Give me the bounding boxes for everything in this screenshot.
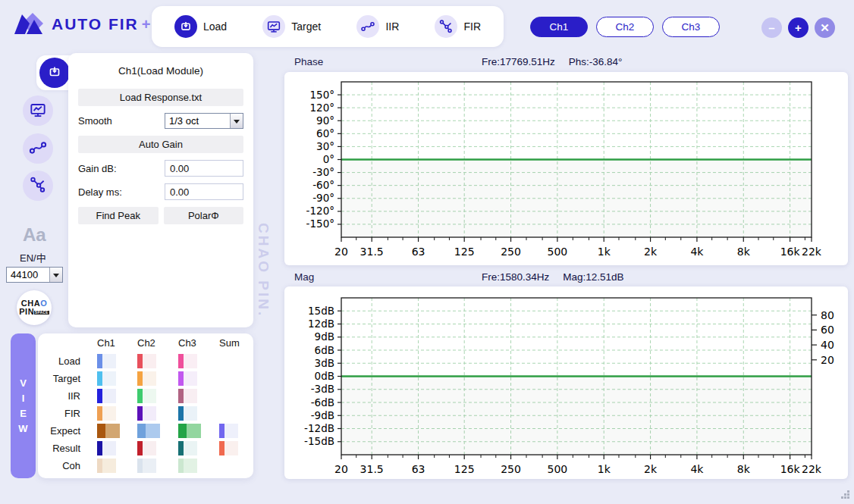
chaopin-watermark: CHAO PIN. bbox=[255, 223, 272, 318]
legend-swatch[interactable] bbox=[219, 422, 253, 440]
sidebar-item-target[interactable] bbox=[23, 95, 53, 126]
legend-swatch-bar bbox=[97, 406, 102, 421]
channel-ch3-button[interactable]: Ch3 bbox=[662, 17, 720, 37]
polar-phi-button[interactable]: PolarΦ bbox=[164, 207, 244, 224]
legend-swatch-tint bbox=[143, 406, 156, 421]
legend-row-label[interactable]: IIR bbox=[44, 387, 97, 405]
legend-row-label[interactable]: Coh bbox=[44, 457, 97, 474]
sidebar-item-iir[interactable] bbox=[23, 133, 53, 164]
sidebar-item-load[interactable] bbox=[39, 58, 70, 88]
legend-swatch[interactable] bbox=[178, 457, 219, 474]
brand: AUTO FIR + bbox=[12, 10, 150, 39]
legend-swatch[interactable] bbox=[178, 422, 219, 440]
legend-swatch[interactable] bbox=[97, 387, 137, 405]
legend-swatch[interactable] bbox=[137, 422, 178, 440]
mag-chart-block: Mag Fre:1580.34Hz Mag:12.51dB 15dB12dB9d… bbox=[284, 267, 848, 479]
svg-text:20: 20 bbox=[334, 463, 348, 475]
minimize-button[interactable]: – bbox=[761, 17, 782, 38]
legend-swatch[interactable] bbox=[137, 457, 178, 474]
samplerate-select[interactable]: 44100 bbox=[6, 267, 63, 283]
svg-text:12dB: 12dB bbox=[308, 318, 334, 330]
find-peak-button[interactable]: Find Peak bbox=[78, 207, 159, 224]
channel-ch2-button[interactable]: Ch2 bbox=[596, 17, 654, 37]
mag-chart[interactable]: 15dB12dB9dB6dB3dB0dB-3dB-6dB-9dB-12dB-15… bbox=[284, 286, 848, 479]
legend-swatch[interactable] bbox=[178, 440, 219, 457]
svg-text:63: 63 bbox=[412, 463, 425, 475]
legend-swatch[interactable] bbox=[97, 405, 137, 422]
legend-column-header[interactable]: Ch1 bbox=[97, 337, 137, 352]
view-button-letter: V bbox=[20, 377, 27, 389]
svg-text:-6dB: -6dB bbox=[311, 396, 334, 409]
legend-swatch[interactable] bbox=[178, 370, 219, 387]
svg-text:20: 20 bbox=[821, 354, 834, 366]
legend-swatch[interactable] bbox=[219, 352, 253, 370]
legend-swatch-tint bbox=[184, 459, 197, 473]
legend-swatch[interactable] bbox=[178, 387, 219, 405]
chaopin-logo-line2: PINSPACE bbox=[19, 308, 49, 317]
legend-swatch-bar bbox=[178, 389, 184, 403]
language-toggle[interactable]: EN/中 bbox=[20, 250, 46, 265]
load-response-button[interactable]: Load Response.txt bbox=[78, 89, 243, 106]
legend-column-header[interactable]: Ch2 bbox=[137, 337, 178, 352]
legend-swatch[interactable] bbox=[137, 370, 178, 387]
phase-chart[interactable]: 150°120°90°60°30°0°-30°-60°-90°-120°-150… bbox=[284, 72, 848, 265]
legend-row-label[interactable]: Result bbox=[44, 440, 97, 457]
legend-swatch-bar bbox=[97, 424, 105, 438]
legend-swatch[interactable] bbox=[219, 387, 253, 405]
view-button[interactable]: VIEW bbox=[11, 333, 36, 478]
legend-column-header[interactable]: Ch3 bbox=[178, 337, 219, 352]
tab-load-label: Load bbox=[203, 20, 227, 33]
legend-swatch-bar bbox=[137, 406, 143, 421]
chevron-down-icon bbox=[49, 268, 62, 282]
svg-text:150°: 150° bbox=[309, 89, 334, 101]
legend-swatch[interactable] bbox=[219, 457, 253, 474]
legend-swatch[interactable] bbox=[178, 352, 219, 370]
tab-load[interactable]: Load bbox=[174, 15, 227, 38]
resize-grip-icon[interactable] bbox=[839, 488, 850, 502]
chaopin-logo[interactable]: CHAO PINSPACE bbox=[17, 290, 52, 325]
legend-swatch-tint bbox=[105, 424, 120, 438]
tab-target[interactable]: Target bbox=[262, 15, 321, 38]
brand-logo-icon bbox=[12, 10, 46, 39]
delay-ms-label: Delay ms: bbox=[78, 186, 122, 198]
legend-row-label[interactable]: Load bbox=[44, 352, 97, 370]
legend-swatch[interactable] bbox=[97, 457, 137, 474]
font-size-button[interactable]: Aa bbox=[23, 224, 46, 246]
view-button-letter: W bbox=[18, 423, 27, 434]
legend-swatch[interactable] bbox=[137, 405, 178, 422]
smooth-select[interactable]: 1/3 oct bbox=[165, 113, 243, 129]
legend-swatch[interactable] bbox=[137, 440, 178, 457]
legend-swatch[interactable] bbox=[97, 370, 137, 387]
legend-swatch[interactable] bbox=[219, 440, 253, 457]
legend-swatch[interactable] bbox=[219, 405, 253, 422]
legend-swatch[interactable] bbox=[137, 352, 178, 370]
legend-swatch[interactable] bbox=[137, 387, 178, 405]
svg-text:-90°: -90° bbox=[312, 192, 334, 204]
sidebar-item-fir[interactable] bbox=[23, 171, 53, 201]
svg-text:125: 125 bbox=[454, 463, 475, 475]
fir-nodes-icon bbox=[28, 175, 48, 197]
curve-legend-panel: Ch1Ch2Ch3SumLoadTargetIIRFIRExpectResult… bbox=[38, 333, 253, 478]
legend-swatch[interactable] bbox=[219, 370, 253, 387]
legend-column-header[interactable]: Sum bbox=[219, 337, 253, 352]
add-button[interactable]: + bbox=[788, 17, 808, 38]
delay-ms-field[interactable] bbox=[165, 183, 243, 200]
tab-iir[interactable]: IIR bbox=[356, 15, 399, 38]
legend-swatch-tint bbox=[184, 371, 197, 386]
legend-swatch[interactable] bbox=[97, 440, 137, 457]
tab-fir[interactable]: FIR bbox=[435, 15, 481, 38]
gain-db-field[interactable] bbox=[165, 160, 243, 177]
legend-swatch[interactable] bbox=[97, 422, 137, 440]
legend-row-label[interactable]: Expect bbox=[44, 422, 97, 440]
close-button[interactable]: ✕ bbox=[815, 17, 835, 38]
chaopin-logo-line1: CHAO bbox=[21, 299, 47, 308]
legend-swatch[interactable] bbox=[178, 405, 219, 422]
view-button-letter: E bbox=[20, 408, 27, 419]
legend-row-label[interactable]: Target bbox=[44, 370, 97, 387]
samplerate-value: 44100 bbox=[7, 268, 49, 282]
channel-ch1-button[interactable]: Ch1 bbox=[530, 17, 588, 37]
phase-chart-block: Phase Fre:17769.51Hz Phs:-36.84° 150°120… bbox=[284, 50, 848, 265]
legend-row-label[interactable]: FIR bbox=[44, 405, 97, 422]
auto-gain-button[interactable]: Auto Gain bbox=[78, 136, 243, 153]
legend-swatch[interactable] bbox=[97, 352, 137, 370]
